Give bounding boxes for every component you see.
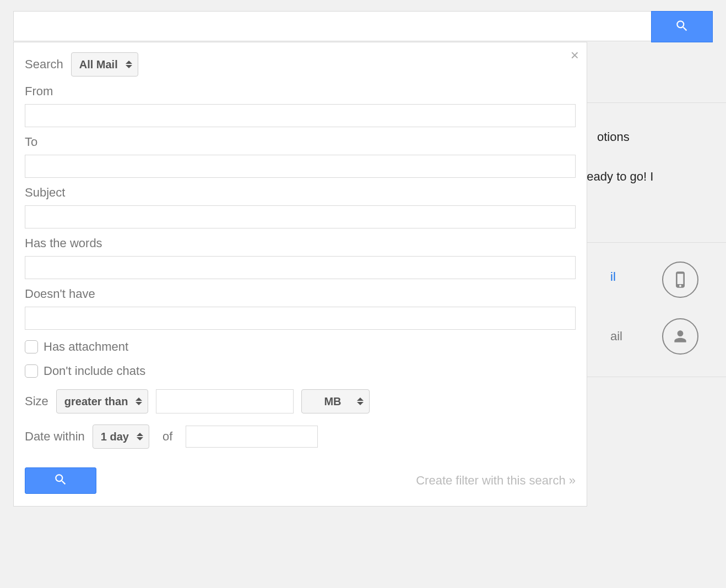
to-input[interactable] — [25, 155, 576, 178]
subject-input[interactable] — [25, 205, 576, 228]
doesnt-have-label: Doesn't have — [25, 287, 576, 301]
has-words-input[interactable] — [25, 256, 576, 279]
background-link-2[interactable]: ail — [610, 329, 627, 344]
date-within-label: Date within — [25, 429, 85, 444]
search-scope-value: All Mail — [79, 58, 118, 71]
panel-search-button[interactable] — [25, 467, 96, 494]
has-attachment-label: Has attachment — [44, 340, 128, 354]
person-icon[interactable] — [662, 318, 698, 355]
size-unit-select[interactable]: MB — [301, 389, 369, 413]
dropdown-icon — [137, 433, 143, 440]
dropdown-icon — [357, 398, 364, 405]
of-label: of — [162, 429, 172, 444]
create-filter-link[interactable]: Create filter with this search » — [416, 473, 576, 488]
size-unit-value: MB — [324, 395, 341, 408]
subject-label: Subject — [25, 186, 576, 200]
advanced-search-panel: × Search All Mail From To Subject Has th… — [13, 42, 587, 507]
size-comparator-select[interactable]: greater than — [56, 389, 149, 413]
date-within-select[interactable]: 1 day — [93, 424, 149, 449]
background-tab[interactable]: otions — [586, 120, 713, 153]
close-icon[interactable]: × — [571, 48, 579, 62]
dont-include-chats-checkbox[interactable] — [25, 364, 38, 378]
phone-icon[interactable] — [662, 262, 698, 298]
date-within-value: 1 day — [101, 431, 129, 443]
search-scope-label: Search — [25, 57, 63, 72]
search-button[interactable] — [651, 11, 713, 42]
dont-include-chats-label: Don't include chats — [44, 364, 145, 378]
background-link-1[interactable]: il — [610, 270, 627, 284]
has-attachment-checkbox[interactable] — [25, 340, 38, 353]
size-comparator-value: greater than — [64, 395, 128, 408]
from-input[interactable] — [25, 104, 576, 127]
size-label: Size — [25, 394, 48, 409]
dropdown-icon — [136, 398, 142, 405]
to-label: To — [25, 135, 576, 149]
from-label: From — [25, 84, 576, 99]
doesnt-have-input[interactable] — [25, 307, 576, 330]
size-value-input[interactable] — [156, 389, 294, 413]
background-text: ready to go! I — [583, 170, 726, 184]
search-scope-select[interactable]: All Mail — [71, 52, 138, 77]
dropdown-icon — [126, 61, 132, 68]
search-input[interactable] — [13, 11, 652, 41]
has-words-label: Has the words — [25, 236, 576, 251]
search-icon — [675, 19, 689, 35]
search-icon — [53, 472, 68, 489]
date-input[interactable] — [186, 426, 318, 448]
